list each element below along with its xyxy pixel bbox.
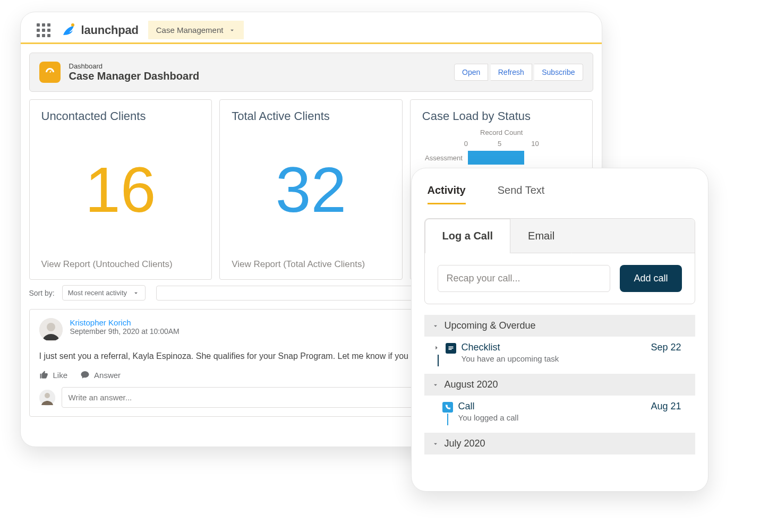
card-title: Case Load by Status	[422, 109, 581, 123]
brand-logo: launchpad	[60, 22, 139, 39]
timeline-item-call[interactable]: Call You logged a call Aug 21	[412, 396, 708, 422]
call-icon	[442, 402, 453, 413]
nav-tab-case-management[interactable]: Case Management	[148, 21, 244, 39]
open-button[interactable]: Open	[454, 64, 488, 81]
tick: 10	[531, 140, 539, 148]
metric-value: 32	[232, 123, 390, 256]
section-upcoming-overdue[interactable]: Upcoming & Overdue	[424, 315, 695, 337]
add-call-button[interactable]: Add call	[620, 265, 681, 292]
chart-bar	[468, 151, 524, 165]
metric-value: 16	[41, 123, 200, 256]
chevron-down-icon	[432, 440, 439, 448]
svg-point-4	[45, 393, 50, 398]
page-header: Dashboard Case Manager Dashboard Open Re…	[29, 53, 593, 92]
answer-label: Answer	[94, 371, 121, 380]
view-report-link[interactable]: View Report (Untouched Clients)	[41, 259, 200, 270]
card-title: Uncontacted Clients	[41, 109, 200, 123]
sort-select[interactable]: Most recent activity	[62, 285, 146, 301]
svg-point-2	[47, 323, 55, 331]
card-total-active-clients: Total Active Clients 32 View Report (Tot…	[219, 99, 403, 280]
thumbs-up-icon	[39, 370, 49, 380]
brand-name: launchpad	[81, 23, 139, 37]
card-title: Total Active Clients	[232, 109, 390, 123]
row-label: Assessment	[422, 154, 463, 162]
dashboard-icon	[39, 62, 61, 83]
recap-placeholder: Recap your call...	[447, 273, 520, 284]
like-button[interactable]: Like	[39, 370, 68, 380]
nav-tab-label: Case Management	[156, 25, 224, 35]
card-uncontacted-clients: Uncontacted Clients 16 View Report (Unto…	[29, 99, 212, 280]
avatar	[39, 318, 63, 341]
tick: 5	[498, 140, 501, 148]
item-title: Checklist	[462, 342, 646, 353]
subtab-log-a-call[interactable]: Log a Call	[425, 219, 511, 253]
accent-rule	[21, 42, 602, 44]
axis-label: Record Count	[422, 128, 581, 136]
subtabs: Log a Call Email	[425, 219, 695, 253]
item-date: Aug 21	[651, 401, 695, 412]
subtab-email[interactable]: Email	[510, 219, 572, 253]
item-subtitle: You have an upcoming task	[462, 354, 646, 363]
tab-activity[interactable]: Activity	[428, 178, 466, 204]
subscribe-button[interactable]: Subscribe	[534, 64, 583, 81]
answer-button[interactable]: Answer	[80, 370, 121, 380]
sort-label: Sort by:	[29, 289, 55, 297]
chart-track	[468, 151, 581, 165]
axis-ticks: 0 5 10	[422, 140, 581, 148]
tick: 0	[464, 140, 468, 148]
chevron-down-icon	[432, 322, 439, 330]
svg-point-0	[71, 23, 74, 27]
section-title: Upcoming & Overdue	[445, 320, 536, 331]
tab-send-text[interactable]: Send Text	[498, 178, 545, 204]
refresh-button[interactable]: Refresh	[491, 64, 532, 81]
avatar	[39, 390, 55, 406]
chevron-down-icon	[432, 381, 439, 389]
chat-icon	[80, 370, 90, 380]
sort-selected: Most recent activity	[68, 289, 127, 297]
recap-input[interactable]: Recap your call...	[438, 265, 611, 292]
caret-down-icon	[132, 289, 140, 297]
task-icon	[446, 343, 456, 354]
chart-row: Assessment	[422, 151, 581, 165]
section-july-2020[interactable]: July 2020	[424, 433, 695, 454]
chevron-down-icon	[228, 27, 236, 34]
app-launcher-icon[interactable]	[37, 23, 50, 37]
item-date: Sep 22	[651, 342, 695, 353]
section-title: July 2020	[445, 438, 485, 449]
item-subtitle: You logged a call	[458, 413, 646, 422]
chevron-right-icon	[433, 344, 440, 351]
page-eyebrow: Dashboard	[69, 62, 200, 70]
item-title: Call	[458, 401, 646, 412]
topbar: launchpad Case Management	[21, 12, 602, 39]
like-label: Like	[53, 371, 68, 380]
section-august-2020[interactable]: August 2020	[424, 374, 695, 396]
page-actions: Open Refresh Subscribe	[454, 64, 583, 81]
activity-panel: Activity Send Text Log a Call Email Reca…	[411, 168, 708, 492]
post-timestamp: September 9th, 2020 at 10:00AM	[70, 327, 180, 336]
post-author-link[interactable]: Kristopher Korich	[70, 318, 180, 327]
page-title: Case Manager Dashboard	[69, 70, 200, 82]
view-report-link[interactable]: View Report (Total Active Clients)	[232, 259, 390, 270]
timeline-item-checklist[interactable]: Checklist You have an upcoming task Sep …	[412, 337, 708, 363]
section-title: August 2020	[445, 379, 498, 390]
